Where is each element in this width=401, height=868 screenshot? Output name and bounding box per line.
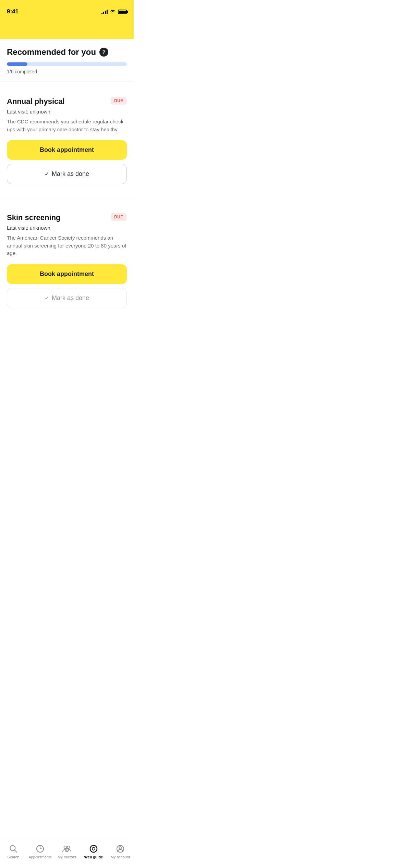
status-time: 9:41 — [7, 8, 19, 15]
book-appointment-button-2[interactable]: Book appointment — [7, 264, 127, 284]
card-description-1: The CDC recommends you schedule regular … — [7, 118, 127, 133]
card-annual-physical: Annual physical DUE Last visit: unknown … — [7, 89, 127, 191]
card-last-visit-1: Last visit: unknown — [7, 109, 127, 114]
checkmark-icon-1: ✓ — [45, 171, 49, 177]
checkmark-icon-2: ✓ — [45, 295, 49, 301]
mark-done-label-1: Mark as done — [52, 170, 89, 178]
main-content: Recommended for you ? 1/6 completed Annu… — [0, 39, 134, 349]
card-last-visit-2: Last visit: unknown — [7, 225, 127, 231]
due-badge-1: DUE — [111, 97, 127, 105]
mark-done-button-1[interactable]: ✓ Mark as done — [7, 164, 127, 184]
help-icon[interactable]: ? — [99, 48, 108, 57]
card-skin-screening: Skin screening DUE Last visit: unknown T… — [7, 205, 127, 315]
section-divider-1 — [0, 82, 134, 82]
mark-done-label-2: Mark as done — [52, 294, 89, 302]
progress-label: 1/6 completed — [7, 69, 37, 74]
book-appointment-button-1[interactable]: Book appointment — [7, 140, 127, 160]
page-title: Recommended for you — [7, 47, 96, 57]
progress-container: 1/6 completed — [7, 62, 127, 75]
yellow-header-area — [0, 19, 134, 39]
status-icons — [101, 9, 127, 14]
mark-done-button-2[interactable]: ✓ Mark as done — [7, 288, 127, 308]
due-badge-2: DUE — [111, 213, 127, 221]
card-description-2: The American Cancer Society recommends a… — [7, 234, 127, 257]
status-bar: 9:41 — [0, 0, 134, 19]
recommended-header: Recommended for you ? — [7, 47, 127, 57]
progress-track — [7, 62, 127, 66]
card-title-1: Annual physical — [7, 97, 65, 106]
card-header-1: Annual physical DUE — [7, 97, 127, 106]
card-title-2: Skin screening — [7, 213, 61, 222]
battery-icon — [118, 10, 127, 14]
section-divider-2 — [0, 198, 134, 198]
card-header-2: Skin screening DUE — [7, 213, 127, 222]
progress-fill — [7, 62, 27, 66]
wifi-icon — [110, 9, 116, 14]
signal-icon — [101, 9, 108, 14]
